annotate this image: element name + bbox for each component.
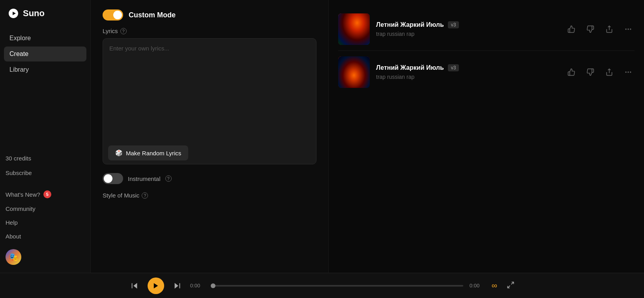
play-button[interactable] [148, 278, 164, 294]
song-thumbnail-2[interactable] [338, 56, 370, 88]
play-icon [152, 282, 159, 289]
svg-line-14 [508, 286, 510, 288]
song-info-1: Летний Жаркий Июль v3 trap russian rap [376, 21, 559, 37]
about-label: About [6, 233, 21, 240]
svg-marker-11 [174, 283, 178, 289]
dislike-button-2[interactable] [584, 66, 597, 78]
like-button-1[interactable] [565, 23, 578, 35]
svg-line-13 [511, 282, 514, 285]
create-panel: Custom Mode Lyrics ? 🎲 Make Random Lyric… [91, 0, 328, 273]
sidebar-item-community[interactable]: Community [6, 202, 85, 215]
sidebar-item-library[interactable]: Library [4, 62, 86, 77]
sidebar-bottom: 30 credits Subscribe What's New? 5 Commu… [0, 152, 90, 265]
thumbs-down-icon-1 [586, 25, 594, 33]
whats-new-label: What's New? [6, 191, 40, 198]
time-current: 0:00 [190, 283, 204, 289]
svg-point-2 [630, 29, 631, 30]
player-bar: 0:00 0:00 ∞ [0, 273, 644, 298]
style-section-label: Style of Music ? [103, 192, 316, 199]
instrumental-toggle[interactable] [103, 173, 123, 184]
thumbs-up-icon-2 [567, 68, 575, 76]
time-total: 0:00 [470, 283, 484, 289]
expand-icon [507, 281, 515, 289]
song-title-1: Летний Жаркий Июль [376, 21, 444, 28]
share-icon-1 [605, 25, 613, 33]
thumbs-up-icon-1 [567, 25, 575, 33]
sidebar-item-create[interactable]: Create [4, 47, 86, 61]
svg-point-3 [625, 29, 626, 30]
more-dots-icon-1 [624, 25, 632, 33]
thumbs-down-icon-2 [586, 68, 594, 76]
svg-point-7 [625, 72, 626, 73]
svg-point-6 [630, 72, 631, 73]
song-info-2: Летний Жаркий Июль v3 trap russian rap [376, 64, 559, 80]
song-actions-2 [565, 66, 635, 78]
sidebar-links: What's New? 5 Community Help About [6, 187, 85, 243]
custom-mode-row: Custom Mode [103, 9, 316, 20]
svg-marker-8 [133, 283, 137, 289]
instrumental-label: Instrumental [128, 175, 161, 182]
make-random-label: Make Random Lyrics [126, 150, 181, 156]
subscribe-link[interactable]: Subscribe [6, 166, 85, 179]
avatar[interactable]: 🎭 [6, 249, 21, 265]
more-dots-icon-2 [624, 68, 632, 76]
logo: Suno [0, 8, 90, 31]
suno-logo-icon [8, 8, 19, 19]
song-genre-2: trap russian rap [376, 74, 559, 80]
whats-new-badge: 5 [43, 190, 51, 198]
svg-point-1 [628, 29, 629, 30]
songs-panel: Летний Жаркий Июль v3 trap russian rap [328, 0, 644, 273]
sidebar: Suno Explore Create Library 30 credits S… [0, 0, 91, 273]
loop-infinity-button[interactable]: ∞ [490, 279, 499, 292]
sidebar-item-help[interactable]: Help [6, 216, 85, 229]
song-card-2: Летний Жаркий Июль v3 trap russian rap [338, 51, 635, 93]
like-button-2[interactable] [565, 66, 578, 78]
lyrics-box: 🎲 Make Random Lyrics [103, 38, 316, 166]
custom-mode-toggle[interactable] [103, 9, 123, 20]
song-actions-1 [565, 23, 635, 35]
player-controls [128, 278, 184, 294]
instrumental-row: Instrumental ? [103, 173, 316, 184]
lyrics-section-label: Lyrics ? [103, 28, 316, 34]
song-genre-1: trap russian rap [376, 31, 559, 37]
help-label: Help [6, 219, 18, 226]
make-random-lyrics-button[interactable]: 🎲 Make Random Lyrics [108, 145, 188, 160]
song-title-2: Летний Жаркий Июль [376, 64, 444, 71]
sidebar-item-whats-new[interactable]: What's New? 5 [6, 187, 85, 201]
song-version-1: v3 [448, 21, 459, 28]
skip-back-button[interactable] [128, 279, 141, 292]
song-title-row-1: Летний Жаркий Июль v3 [376, 21, 559, 28]
skip-back-icon [130, 281, 139, 290]
svg-marker-10 [154, 283, 158, 289]
song-title-row-2: Летний Жаркий Июль v3 [376, 64, 559, 71]
svg-point-5 [628, 72, 629, 73]
progress-track[interactable] [211, 285, 463, 287]
share-icon-2 [605, 68, 613, 76]
custom-mode-label: Custom Mode [129, 11, 176, 19]
dice-icon: 🎲 [115, 149, 123, 156]
song-version-2: v3 [448, 64, 459, 71]
skip-forward-icon [173, 281, 182, 290]
community-label: Community [6, 205, 36, 212]
nav-items: Explore Create Library [0, 31, 90, 77]
progress-thumb[interactable] [211, 283, 215, 288]
lyrics-help-icon[interactable]: ? [120, 28, 127, 34]
song-card-1: Летний Жаркий Июль v3 trap russian rap [338, 8, 635, 51]
skip-forward-button[interactable] [170, 279, 184, 292]
expand-player-button[interactable] [505, 279, 516, 292]
dislike-button-1[interactable] [584, 23, 597, 35]
style-help-icon[interactable]: ? [142, 192, 148, 199]
more-button-2[interactable] [622, 66, 635, 78]
song-thumbnail-1[interactable] [338, 13, 370, 45]
credits-display: 30 credits [6, 152, 85, 165]
share-button-2[interactable] [603, 66, 616, 78]
share-button-1[interactable] [603, 23, 616, 35]
logo-text: Suno [23, 8, 45, 19]
sidebar-item-about[interactable]: About [6, 230, 85, 243]
sidebar-item-explore[interactable]: Explore [4, 31, 86, 46]
instrumental-help-icon[interactable]: ? [165, 175, 172, 182]
more-button-1[interactable] [622, 23, 635, 35]
